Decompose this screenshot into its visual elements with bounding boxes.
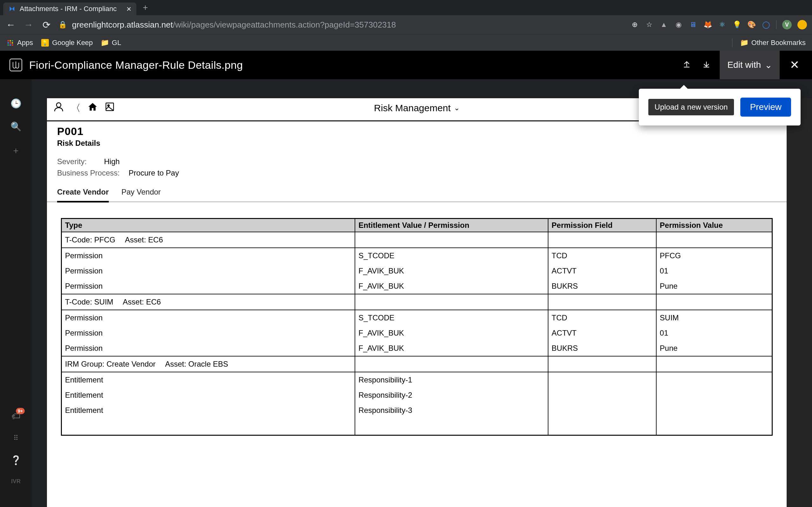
preview-button[interactable]: Preview [740, 98, 791, 117]
svg-rect-0 [8, 40, 9, 41]
bookmark-label: Other Bookmarks [751, 39, 806, 47]
table-row: PermissionF_AVIK_BUKACTVT01 [61, 263, 772, 279]
table-row: PermissionF_AVIK_BUKBUKRSPune [61, 279, 772, 294]
table-row: PermissionF_AVIK_BUKACTVT01 [61, 326, 772, 341]
table-row: EntitlementResponsibility-1 [61, 372, 772, 388]
table-group-row: T-Code: PFCGAsset: EC6 [61, 232, 772, 248]
address-bar-row: ← → ⟳ 🔒 greenlightcorp.atlassian.net/wik… [0, 15, 812, 34]
col-type: Type [61, 219, 355, 232]
circle-icon[interactable]: ◯ [762, 20, 770, 29]
close-viewer-icon[interactable]: ✕ [786, 58, 803, 72]
url-text: greenlightcorp.atlassian.net/wiki/pages/… [72, 20, 396, 30]
apps-grid-icon [6, 39, 14, 47]
doc-nav-title[interactable]: Risk Management ⌄ [374, 103, 460, 113]
chevron-down-icon: ⌄ [454, 104, 460, 112]
back-chevron-icon[interactable]: 〈 [71, 102, 81, 115]
svg-rect-8 [12, 44, 13, 46]
folder-icon: 📁 [101, 39, 109, 47]
tab-favicon-icon [8, 5, 16, 13]
upload-icon[interactable] [680, 60, 693, 70]
left-rail: 🕒 🔍 ＋ 🏷 9+ ⠿ ❔ IVR [0, 79, 32, 507]
bookmark-gl[interactable]: 📁 GL [101, 39, 121, 47]
image-icon[interactable] [105, 102, 115, 114]
divider [776, 20, 776, 29]
add-icon[interactable]: ＋ [11, 145, 20, 157]
history-icon[interactable]: 🕒 [10, 98, 21, 109]
tab-close-icon[interactable]: × [126, 4, 131, 14]
rail-tag[interactable]: 🏷 9+ [11, 411, 20, 421]
permissions-table: Type Entitlement Value / Permission Perm… [61, 218, 773, 436]
palette-icon[interactable]: 🎨 [747, 20, 756, 29]
zoom-icon[interactable]: ⊕ [630, 20, 639, 29]
table-row: PermissionS_TCODETCDPFCG [61, 248, 772, 263]
svg-rect-3 [8, 42, 9, 43]
keep-icon: 💡 [41, 39, 49, 47]
grid-icon[interactable]: ⠿ [13, 434, 18, 442]
bookmark-apps[interactable]: Apps [6, 39, 33, 47]
new-tab-icon[interactable]: + [143, 3, 148, 13]
bookmark-bar: Apps 💡 Google Keep 📁 GL 📁 Other Bookmark… [0, 34, 812, 51]
profile-avatar[interactable]: V [782, 20, 792, 30]
notification-badge: 9+ [16, 408, 25, 414]
meta-block: Severity: High Business Process: Procure… [47, 149, 786, 186]
react-icon[interactable]: ⚛ [718, 20, 727, 29]
star-icon[interactable]: ☆ [645, 20, 654, 29]
search-icon[interactable]: 🔍 [10, 121, 21, 132]
svg-rect-2 [12, 40, 13, 41]
back-icon[interactable]: ← [5, 19, 16, 30]
tab-create-vendor[interactable]: Create Vendor [57, 186, 109, 203]
drive-icon[interactable]: ▲ [659, 20, 668, 29]
bp-value: Procure to Pay [129, 169, 179, 177]
home-icon[interactable] [88, 102, 98, 114]
file-name: Fiori-Compliance Manager-Rule Details.pn… [29, 59, 673, 71]
nav-title-label: Risk Management [374, 103, 451, 113]
edit-with-button[interactable]: Edit with ⌄ [720, 51, 780, 79]
risk-id: P001 [57, 125, 776, 137]
reload-icon[interactable]: ⟳ [41, 19, 52, 31]
svg-rect-6 [8, 44, 9, 46]
table-row: EntitlementResponsibility-3 [61, 403, 772, 418]
edit-with-label: Edit with [727, 60, 761, 70]
tab-pay-vendor[interactable]: Pay Vendor [121, 186, 161, 202]
download-icon[interactable] [700, 60, 713, 70]
user-icon[interactable] [53, 101, 64, 115]
bookmark-label: Google Keep [52, 39, 93, 47]
tab-title: Attachments - IRM - Complianc [20, 5, 117, 13]
bookmark-keep[interactable]: 💡 Google Keep [41, 39, 93, 47]
metamask-icon[interactable]: 🦊 [703, 20, 712, 29]
attachment-icon [9, 59, 22, 71]
svg-rect-4 [9, 42, 11, 43]
profile-icon[interactable] [798, 20, 807, 30]
attachment-viewer-header: Fiori-Compliance Manager-Rule Details.pn… [0, 51, 812, 79]
bookmark-label: GL [112, 39, 121, 47]
doc-tabs: Create Vendor Pay Vendor [47, 186, 786, 202]
chevron-down-icon: ⌄ [765, 60, 772, 70]
help-icon[interactable]: ❔ [10, 455, 21, 465]
upload-popup: Upload a new version Preview [639, 89, 801, 125]
tab-bar: Attachments - IRM - Complianc × + [0, 0, 812, 15]
browser-tab[interactable]: Attachments - IRM - Complianc × [3, 3, 136, 15]
monitor-icon[interactable]: 🖥 [689, 20, 698, 29]
url-bar[interactable]: 🔒 greenlightcorp.atlassian.net/wiki/page… [58, 20, 624, 30]
table-group-row: T-Code: SUIMAsset: EC6 [61, 294, 772, 310]
other-bookmarks[interactable]: 📁 Other Bookmarks [741, 39, 806, 47]
table-group-row: IRM Group: Create VendorAsset: Oracle EB… [61, 356, 772, 372]
col-val: Permission Value [656, 219, 772, 232]
table-row: EntitlementResponsibility-2 [61, 388, 772, 403]
divider [732, 38, 732, 47]
risk-subtitle: Risk Details [57, 139, 776, 148]
svg-rect-1 [9, 40, 11, 41]
folder-icon: 📁 [741, 39, 748, 47]
bp-label: Business Process: [57, 169, 119, 177]
col-ent: Entitlement Value / Permission [355, 219, 548, 232]
bulb-icon[interactable]: 💡 [732, 20, 741, 29]
record-icon[interactable]: ◉ [674, 20, 683, 29]
upload-tooltip: Upload a new version [648, 99, 734, 115]
forward-icon[interactable]: → [23, 19, 34, 30]
severity-label: Severity: [57, 157, 95, 166]
severity-value: High [104, 157, 119, 166]
bookmark-label: Apps [17, 39, 33, 47]
svg-point-11 [107, 105, 109, 106]
document-preview: 〈 Risk Management ⌄ P001 Risk Details Se… [47, 98, 812, 507]
svg-rect-5 [12, 42, 13, 43]
